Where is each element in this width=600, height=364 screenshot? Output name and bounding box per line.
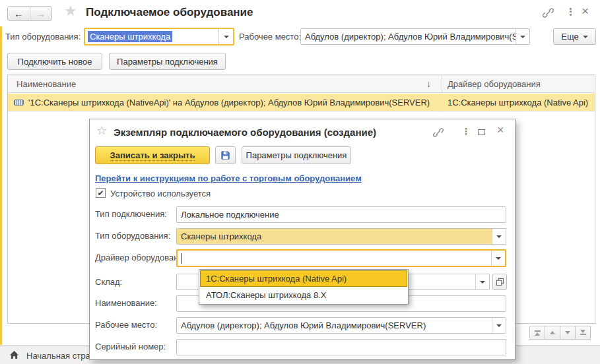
row-driver-cell: 1С:Сканеры штрихкода (Native Api) <box>448 98 588 107</box>
chevron-down-icon <box>496 257 501 260</box>
driver-dropdown-button[interactable] <box>491 251 505 266</box>
workplace-value: Абдулов (директор); Абдулов Юрий Владими… <box>301 29 529 44</box>
dialog-equipment-type-combobox[interactable]: Сканеры штрихкода <box>176 228 506 245</box>
row-name-cell: '1С:Сканеры штрихкода (NativeApi)' на Аб… <box>28 98 438 107</box>
page-title: Подключаемое оборудование <box>86 6 253 19</box>
equipment-instance-dialog: ☆ Экземпляр подключаемого оборудования (… <box>89 119 516 360</box>
forward-button[interactable]: → <box>30 7 52 20</box>
dialog-close-icon[interactable]: × <box>497 124 504 136</box>
workplace-label: Рабочее место: <box>239 32 301 42</box>
table-header-row: Наименование ↓ Драйвер оборудования <box>8 75 595 93</box>
go-up-icon <box>550 331 555 334</box>
list-nav-buttons <box>530 326 591 340</box>
dialog-equipment-type-value: Сканеры штрихкода <box>177 229 492 244</box>
history-nav-group: ← → <box>7 6 52 21</box>
go-last-icon <box>580 330 585 333</box>
dialog-maximize-icon[interactable] <box>478 129 485 135</box>
equipment-type-combobox[interactable]: Сканеры штрихкода <box>84 28 234 46</box>
column-header-driver[interactable]: Драйвер оборудования <box>448 79 541 89</box>
go-last-button[interactable] <box>575 326 591 340</box>
connect-new-button[interactable]: Подключить новое <box>7 53 102 70</box>
sort-descending-icon[interactable]: ↓ <box>426 78 431 89</box>
dialog-title: Экземпляр подключаемого оборудования (со… <box>114 127 376 138</box>
save-and-close-label: Записать и закрыть <box>110 150 195 161</box>
barcode-scanner-icon <box>14 100 24 106</box>
back-button[interactable]: ← <box>8 7 30 20</box>
table-row[interactable]: '1С:Сканеры штрихкода (NativeApi)' на Аб… <box>8 94 595 111</box>
warehouse-label: Склад: <box>95 277 122 287</box>
more-button[interactable]: Еще <box>553 28 596 45</box>
more-button-label: Еще <box>561 32 578 42</box>
chevron-down-icon <box>496 324 502 327</box>
back-arrow-icon: ← <box>14 9 24 18</box>
dialog-menu-dots-icon[interactable]: ⋮ <box>461 127 471 136</box>
dialog-get-link-icon[interactable] <box>433 127 444 140</box>
dialog-connection-params-label: Параметры подключения <box>246 150 347 160</box>
go-down-button[interactable] <box>560 326 576 340</box>
serial-number-field[interactable] <box>176 339 506 355</box>
dialog-workplace-label: Рабочее место: <box>95 320 157 330</box>
save-floppy-icon <box>220 150 230 160</box>
instructions-link[interactable]: Перейти к инструкциям по работе с торгов… <box>95 173 362 183</box>
dialog-connection-params-button[interactable]: Параметры подключения <box>242 146 351 164</box>
left-accent-stripe <box>0 26 2 345</box>
chevron-down-icon <box>583 36 588 38</box>
driver-dropdown-list: 1С:Сканеры штрихкода (Native Api) АТОЛ:С… <box>199 269 409 305</box>
window-close-icon[interactable]: × <box>582 5 589 17</box>
serial-number-value <box>177 340 506 355</box>
dialog-workplace-dropdown-button[interactable] <box>492 318 506 333</box>
chevron-down-icon <box>224 36 229 38</box>
home-icon[interactable] <box>9 350 19 362</box>
equipment-type-label: Тип оборудования: <box>5 32 81 42</box>
app-screen: ← → ★ Подключаемое оборудование ⋮ × Тип … <box>0 0 600 364</box>
workplace-combobox[interactable]: Абдулов (директор); Абдулов Юрий Владими… <box>300 28 530 45</box>
warehouse-open-button[interactable] <box>492 274 507 290</box>
text-cursor <box>181 253 182 264</box>
connection-type-label: Тип подключения: <box>95 209 167 219</box>
go-first-button[interactable] <box>529 326 545 340</box>
dialog-workplace-combobox[interactable]: Абдулов (директор); Абдулов Юрий Владими… <box>176 317 506 334</box>
forward-arrow-icon: → <box>36 9 46 18</box>
device-used-checkbox[interactable]: ✔ <box>96 188 106 198</box>
chevron-down-icon <box>496 235 502 238</box>
dialog-equipment-type-dropdown-button[interactable] <box>492 229 506 244</box>
warehouse-dropdown-button[interactable] <box>475 274 489 289</box>
workplace-dropdown-button[interactable] <box>516 29 529 44</box>
name-label: Наименование: <box>95 298 157 308</box>
equipment-type-selected-text: Сканеры штрихкода <box>88 31 172 42</box>
save-and-close-button[interactable]: Записать и закрыть <box>95 146 210 164</box>
get-link-icon[interactable] <box>543 7 554 21</box>
driver-combobox[interactable] <box>176 249 506 267</box>
dialog-equipment-type-label: Тип оборудования: <box>95 231 170 241</box>
favorite-star-icon[interactable]: ★ <box>64 4 77 18</box>
chevron-down-icon <box>480 281 485 284</box>
go-up-button[interactable] <box>545 326 560 340</box>
connection-type-field[interactable]: Локальное подключение <box>176 206 506 223</box>
driver-option-1c[interactable]: 1С:Сканеры штрихкода (Native Api) <box>200 270 407 287</box>
column-header-name[interactable]: Наименование <box>17 79 76 89</box>
serial-number-label: Серийный номер: <box>95 342 166 351</box>
chevron-down-icon <box>520 36 525 38</box>
device-used-label: Устройство используется <box>110 189 211 198</box>
dialog-favorite-star-icon[interactable]: ☆ <box>96 125 107 136</box>
driver-option-atol[interactable]: АТОЛ:Сканеры штрихкода 8.X <box>200 287 407 303</box>
window-menu-dots-icon[interactable]: ⋮ <box>566 7 576 16</box>
check-icon: ✔ <box>97 189 104 198</box>
home-page-link[interactable]: Начальная стра <box>26 351 90 361</box>
connection-type-value: Локальное подключение <box>177 207 506 222</box>
equipment-type-dropdown-button[interactable] <box>218 29 233 44</box>
connection-params-label: Параметры подключения <box>117 57 218 67</box>
connect-new-label: Подключить новое <box>18 57 92 67</box>
go-first-icon <box>535 330 541 332</box>
save-button[interactable] <box>215 146 236 164</box>
open-in-window-icon <box>496 278 504 286</box>
connection-params-button[interactable]: Параметры подключения <box>109 53 226 70</box>
go-down-icon <box>565 331 570 334</box>
dialog-workplace-value: Абдулов (директор); Абдулов Юрий Владими… <box>177 318 506 333</box>
